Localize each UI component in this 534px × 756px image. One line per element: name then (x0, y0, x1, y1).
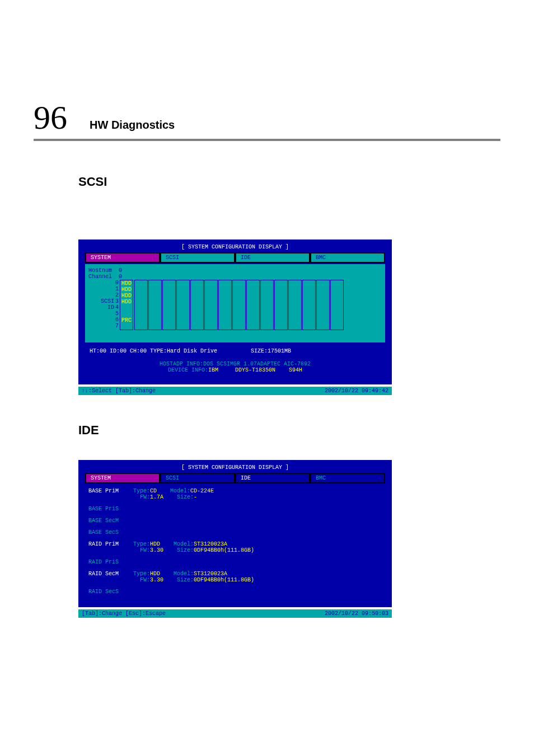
scsi-slot-0[interactable]: HDD (120, 280, 133, 287)
scsi-footer-hints: ↑↓:Select [Tab]:Change (82, 388, 156, 394)
ide-device-info: Type:HDD Model:ST3120023A FW:3.30 Size:0… (133, 541, 254, 553)
ide-terminal-screenshot: [ SYSTEM CONFIGURATION DISPLAY ] SYSTEM … (78, 460, 392, 618)
ide-channel-name: RAID PriS (88, 559, 133, 565)
scsi-body: Hostnum 0 Channel 0 SCSI ID 01234567 HDD… (85, 264, 385, 342)
scsi-window-title: [ SYSTEM CONFIGURATION DISPLAY ] (82, 243, 388, 252)
ide-channel-name: BASE SecM (88, 518, 133, 524)
scsi-host-channel: Hostnum 0 Channel 0 (88, 267, 122, 280)
tab-system[interactable]: SYSTEM (85, 473, 160, 483)
tab-bmc[interactable]: BMC (310, 473, 385, 483)
document-page: 96 HW Diagnostics SCSI [ SYSTEM CONFIGUR… (0, 0, 534, 679)
tab-ide[interactable]: IDE (235, 473, 310, 483)
scsi-slot-7[interactable] (120, 323, 133, 330)
page-number: 96 (34, 101, 67, 134)
ide-footer-hints: [Tab]:Change [Esc]:Escape (82, 611, 166, 617)
ide-footer-bar: [Tab]:Change [Esc]:Escape 2002/10/22 09:… (78, 609, 392, 618)
scsi-slot-4[interactable] (120, 305, 133, 311)
ide-channel-name: RAID SecM (88, 571, 133, 577)
scsi-id-label: SCSI ID (88, 280, 115, 330)
ide-channel-name: BASE PriM (88, 488, 133, 494)
scsi-content: Hostnum 0 Channel 0 SCSI ID 01234567 HDD… (82, 264, 388, 378)
ide-device-info: Type:HDD Model:ST3120023A FW:3.30 Size:0… (133, 571, 254, 583)
ide-window: [ SYSTEM CONFIGURATION DISPLAY ] SYSTEM … (78, 460, 392, 607)
ide-channel-row[interactable]: BASE SecM (88, 518, 382, 524)
ide-device-info: Type:CD Model:CD-224E FW:1.7A Size:- (133, 488, 214, 500)
scsi-tab-bar: SYSTEM SCSI IDE BMC (85, 252, 385, 263)
scsi-device-column: HDD HDD HDD HDD PRC (120, 280, 133, 330)
ide-channel-row[interactable]: BASE PriMType:CD Model:CD-224E FW:1.7A S… (88, 488, 382, 500)
tab-ide[interactable]: IDE (235, 252, 310, 263)
ide-channel-name: BASE PriS (88, 506, 133, 512)
page-title: HW Diagnostics (90, 119, 175, 132)
scsi-id-grid: SCSI ID 01234567 HDD HDD HDD HDD (88, 280, 344, 330)
ide-footer-timestamp: 2002/10/22 09:50:03 (325, 611, 388, 617)
scsi-status-line: HT:00 ID:00 CH:00 TYPE:Hard Disk Drive S… (85, 345, 385, 358)
tab-scsi[interactable]: SCSI (160, 252, 235, 263)
ide-channel-row[interactable]: RAID PriS (88, 559, 382, 565)
ide-channel-name: RAID SecS (88, 589, 133, 595)
tab-system[interactable]: SYSTEM (85, 252, 160, 263)
scsi-slot-3[interactable]: HDD (120, 299, 133, 305)
ide-channel-row[interactable]: RAID PriMType:HDD Model:ST3120023A FW:3.… (88, 541, 382, 553)
tab-bmc[interactable]: BMC (310, 252, 385, 263)
tab-scsi[interactable]: SCSI (160, 473, 235, 483)
ide-channel-row[interactable]: BASE SecS (88, 529, 382, 536)
ide-channel-name: RAID PriM (88, 541, 133, 547)
scsi-footer-timestamp: 2002/10/22 09:49:42 (325, 388, 388, 394)
scsi-row-numbers: 01234567 (115, 280, 120, 330)
ide-channel-row[interactable]: BASE PriS (88, 506, 382, 512)
scsi-footer-bar: ↑↓:Select [Tab]:Change 2002/10/22 09:49:… (78, 387, 392, 395)
ide-channel-row[interactable]: RAID SecS (88, 589, 382, 595)
scsi-slot-2[interactable]: HDD (120, 293, 133, 299)
scsi-slot-1[interactable]: HDD (120, 287, 133, 293)
scsi-window: [ SYSTEM CONFIGURATION DISPLAY ] SYSTEM … (78, 240, 392, 384)
ide-tab-bar: SYSTEM SCSI IDE BMC (85, 473, 385, 483)
scsi-slot-6[interactable]: PRC (120, 317, 133, 323)
ide-channel-name: BASE SecS (88, 529, 133, 536)
scsi-empty-columns (134, 280, 344, 330)
section-heading-scsi: SCSI (78, 175, 500, 189)
page-header: 96 HW Diagnostics (34, 101, 500, 141)
ide-window-title: [ SYSTEM CONFIGURATION DISPLAY ] (82, 463, 388, 473)
scsi-slot-5[interactable] (120, 311, 133, 317)
ide-channel-row[interactable]: RAID SecMType:HDD Model:ST3120023A FW:3.… (88, 571, 382, 583)
scsi-device-info: HOSTADP INFO:DOS SCSIMGR 1.07ADAPTEC AIC… (85, 358, 385, 378)
section-heading-ide: IDE (78, 423, 500, 438)
ide-content: BASE PriMType:CD Model:CD-224E FW:1.7A S… (85, 485, 385, 604)
scsi-terminal-screenshot: [ SYSTEM CONFIGURATION DISPLAY ] SYSTEM … (78, 240, 392, 395)
